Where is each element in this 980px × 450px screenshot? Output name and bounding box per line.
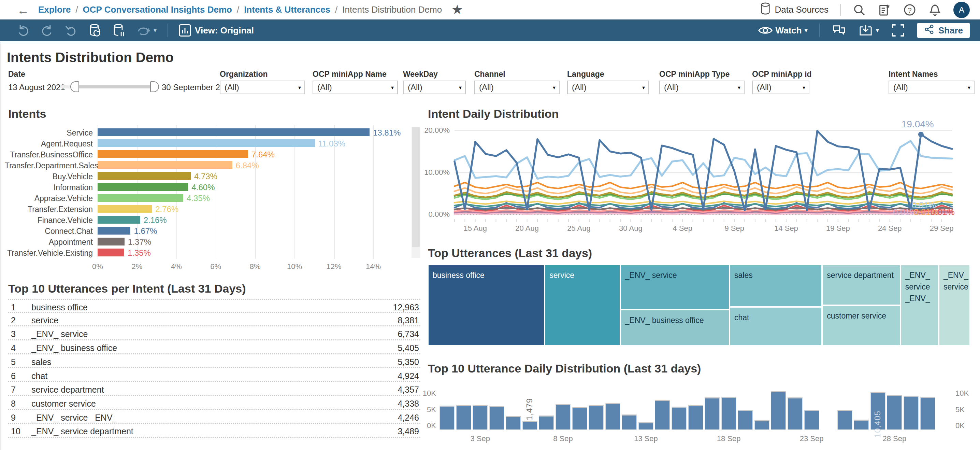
daily-bar-14[interactable] bbox=[671, 407, 687, 429]
treemap-cell--env-service[interactable]: _ENV_ service bbox=[939, 265, 969, 345]
table-row[interactable]: 7service department4,357 bbox=[8, 382, 420, 396]
date-slider-range[interactable] bbox=[75, 85, 155, 88]
daily-bar-9[interactable] bbox=[589, 405, 604, 429]
favorite-star-icon[interactable]: ★ bbox=[452, 2, 463, 17]
table-row[interactable]: 3_ENV_ service6,734 bbox=[8, 326, 420, 340]
table-row[interactable]: 6chat4,924 bbox=[8, 369, 420, 382]
daily-bar-3[interactable] bbox=[489, 406, 504, 429]
date-slider-handle-start[interactable] bbox=[70, 81, 79, 92]
run-update-button[interactable]: ▾ bbox=[136, 24, 157, 37]
treemap-cell--env-service[interactable]: _ENV_ service bbox=[621, 265, 729, 309]
table-row[interactable]: 10_ENV_ service department3,489 bbox=[8, 424, 420, 438]
table-row[interactable]: 4_ENV_ business office5,405 bbox=[8, 340, 420, 354]
daily-bar-29[interactable] bbox=[920, 397, 935, 430]
custom-views-button[interactable] bbox=[878, 3, 891, 17]
daily-bar-18[interactable] bbox=[738, 410, 753, 430]
daily-bar-27[interactable] bbox=[887, 395, 902, 429]
daily-bar-12[interactable] bbox=[638, 422, 654, 429]
undo-button[interactable] bbox=[16, 24, 30, 37]
intents-bar-agent-request[interactable] bbox=[98, 139, 315, 147]
daily-bar-19[interactable] bbox=[754, 420, 770, 429]
help-button[interactable]: ? bbox=[903, 3, 916, 17]
daily-bar-25[interactable] bbox=[854, 420, 869, 429]
table-row[interactable]: 8customer service4,338 bbox=[8, 396, 420, 410]
breadcrumb-item-1[interactable]: OCP Conversational Insights Demo bbox=[83, 5, 232, 15]
intents-bar-transfer-vehicle-existing[interactable] bbox=[98, 249, 124, 257]
daily-bar-22[interactable] bbox=[804, 410, 819, 430]
date-slider-handle-end[interactable] bbox=[150, 81, 159, 92]
daily-bar-24[interactable] bbox=[837, 410, 853, 429]
daily-bar-0[interactable] bbox=[439, 405, 455, 429]
user-avatar[interactable]: A bbox=[953, 2, 970, 18]
daily-bar-1[interactable] bbox=[456, 405, 471, 429]
notifications-bell-button[interactable] bbox=[928, 3, 942, 17]
treemap-cell-customer-service[interactable]: customer service bbox=[823, 306, 900, 345]
redo-button[interactable] bbox=[40, 24, 54, 37]
share-button[interactable]: Share bbox=[917, 23, 970, 38]
filter-dropdown-weekday[interactable]: (All)▾ bbox=[403, 81, 466, 94]
intents-bar-appraise-vehicle[interactable] bbox=[98, 194, 183, 202]
daily-bar-5[interactable] bbox=[522, 421, 538, 429]
annotation-marker[interactable] bbox=[918, 132, 924, 137]
daily-bar-28[interactable] bbox=[904, 396, 919, 429]
filter-dropdown-language[interactable]: (All)▾ bbox=[567, 81, 649, 94]
daily-bar-2[interactable] bbox=[473, 405, 488, 429]
treemap-cell-service[interactable]: service bbox=[545, 265, 619, 345]
watch-button[interactable]: Watch ▾ bbox=[758, 24, 808, 37]
line-series-agent-request[interactable] bbox=[455, 141, 952, 179]
filter-dropdown-ocp-miniapp-name[interactable]: (All)▾ bbox=[313, 81, 398, 94]
daily-bar-13[interactable] bbox=[655, 400, 670, 429]
daily-bar-10[interactable] bbox=[605, 403, 620, 429]
revert-button[interactable] bbox=[64, 24, 78, 37]
daily-bar-11[interactable] bbox=[622, 415, 637, 429]
line-series-transfer-businessoffice[interactable] bbox=[455, 183, 952, 189]
treemap-cell-sales[interactable]: sales bbox=[730, 265, 821, 306]
back-button[interactable]: ← bbox=[16, 3, 31, 18]
treemap-cell-service-department[interactable]: service department bbox=[823, 265, 900, 305]
filter-dropdown-channel[interactable]: (All)▾ bbox=[474, 81, 560, 94]
intents-bar-transfer-businessoffice[interactable] bbox=[98, 150, 248, 158]
breadcrumb-item-0[interactable]: Explore bbox=[38, 5, 71, 15]
daily-bar-7[interactable] bbox=[555, 404, 571, 429]
table-row[interactable]: 1business office12,963 bbox=[8, 299, 420, 313]
filter-dropdown-organization[interactable]: (All)▾ bbox=[220, 81, 305, 94]
treemap-cell-business-office[interactable]: business office bbox=[429, 265, 544, 345]
intents-bar-appointment[interactable] bbox=[98, 238, 124, 246]
data-sources-button[interactable]: Data Sources bbox=[760, 2, 829, 18]
daily-bar-17[interactable] bbox=[721, 397, 737, 430]
daily-bars-title: Top 10 Utterance Daily Distribution (Las… bbox=[428, 362, 701, 375]
search-button[interactable] bbox=[853, 3, 866, 17]
refresh-data-button[interactable] bbox=[88, 23, 102, 38]
intents-bar-transfer-department-sales[interactable] bbox=[98, 161, 232, 169]
intents-bar-finance-vehicle[interactable] bbox=[98, 216, 140, 223]
daily-bar-6[interactable] bbox=[539, 415, 554, 429]
filter-dropdown-ocp-miniapp-id[interactable]: (All)▾ bbox=[752, 81, 810, 94]
treemap-cell--env-business-office[interactable]: _ENV_ business office bbox=[621, 310, 729, 345]
fullscreen-button[interactable] bbox=[891, 23, 905, 38]
intents-bar-transfer-extension[interactable] bbox=[98, 205, 152, 213]
filter-label-0: Organization bbox=[220, 70, 268, 79]
download-button[interactable]: ▾ bbox=[858, 23, 879, 38]
daily-bar-15[interactable] bbox=[688, 405, 703, 429]
treemap-cell--env-service-env-[interactable]: _ENV_ service _ENV_ bbox=[901, 265, 938, 345]
daily-bar-20[interactable] bbox=[771, 391, 786, 429]
comments-button[interactable] bbox=[832, 23, 846, 38]
filter-dropdown-intent-names[interactable]: (All)▾ bbox=[889, 81, 975, 94]
intents-scrollbar-thumb[interactable] bbox=[412, 127, 420, 247]
intents-bar-connect-chat[interactable] bbox=[98, 227, 130, 235]
daily-bar-16[interactable] bbox=[705, 397, 720, 429]
treemap-cell-chat[interactable]: chat bbox=[730, 308, 821, 345]
breadcrumb-item-2[interactable]: Intents & Utterances bbox=[244, 5, 330, 15]
table-row[interactable]: 2service8,381 bbox=[8, 313, 420, 327]
filter-dropdown-ocp-miniapp-type[interactable]: (All)▾ bbox=[659, 81, 745, 94]
table-row[interactable]: 5sales5,350 bbox=[8, 354, 420, 369]
table-row[interactable]: 9_ENV_ service _ENV_4,246 bbox=[8, 410, 420, 424]
daily-bar-21[interactable] bbox=[788, 397, 803, 429]
intents-bar-information[interactable] bbox=[98, 183, 188, 191]
view-original-button[interactable]: View: Original bbox=[178, 23, 254, 38]
daily-bar-4[interactable] bbox=[506, 416, 521, 430]
pause-updates-button[interactable] bbox=[112, 23, 126, 38]
daily-bar-8[interactable] bbox=[572, 407, 587, 429]
intents-bar-service[interactable] bbox=[98, 128, 369, 136]
intents-bar-buy-vehicle[interactable] bbox=[98, 172, 191, 180]
